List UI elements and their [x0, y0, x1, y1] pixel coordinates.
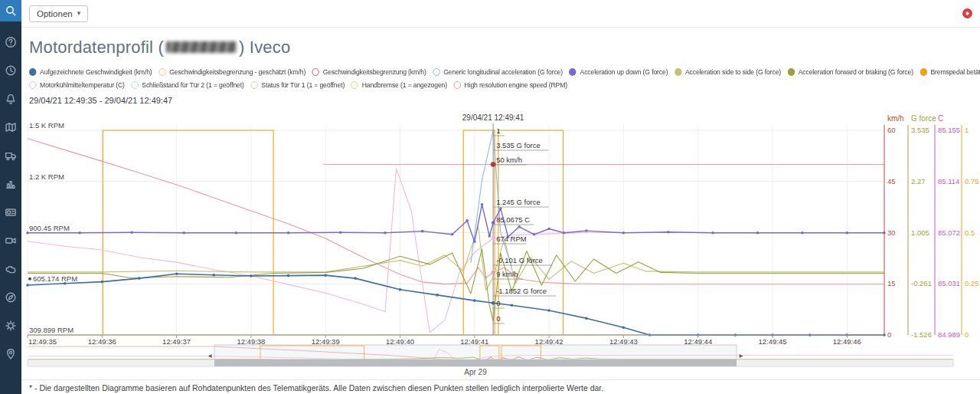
sidebar-item-gear[interactable]: [0, 315, 21, 337]
sidebar-item-compass[interactable]: [0, 287, 21, 308]
legend-label-accel-forward: Acceleration forward or braking (G force…: [799, 68, 913, 76]
map-pin-icon: [5, 348, 17, 360]
main-content: Optionen ▾ Motordatenprofil () Iveco Auf…: [21, 0, 980, 394]
tachograph-icon: [5, 206, 17, 218]
sidebar-item-truck[interactable]: [0, 145, 21, 166]
legend-item-recorded-speed[interactable]: Aufgezeichnete Geschwindigkeit (km/h): [29, 68, 152, 76]
legend-marker-engine-rpm: [453, 81, 460, 89]
sidebar-item-search[interactable]: [0, 0, 21, 21]
sidebar-item-chart[interactable]: [0, 173, 21, 195]
date-range-label: 29/04/21 12:49:35 - 29/04/21 12:49:47: [29, 96, 980, 105]
toolbar: Optionen ▾: [21, 0, 980, 28]
legend-label-door-2: Schließstand für Tür 2 (1 = geöffnet): [142, 81, 243, 89]
sidebar-item-bell[interactable]: [0, 88, 21, 110]
legend-marker-speed-limit-estimated: [158, 68, 165, 76]
legend-label-accel-longitudinal: Generic longitudinal acceleration (G for…: [443, 68, 563, 76]
caret-down-icon: ▾: [77, 10, 81, 17]
compass-icon: [5, 291, 17, 304]
legend-marker-accel-side: [675, 68, 681, 76]
truck-icon: [5, 149, 17, 162]
legend-item-brake-pedal[interactable]: Bremspedal betätigt: [920, 68, 980, 76]
legend-marker-accel-longitudinal: [433, 68, 439, 76]
legend-label-door-1: Status für Tür 1 (1 = geöffnet): [261, 81, 345, 89]
legend-item-speed-limit-estimated[interactable]: Geschwindigkeitsbegrenzung - geschätzt (…: [158, 68, 305, 76]
options-button[interactable]: Optionen ▾: [29, 5, 88, 22]
legend-item-accel-up-down[interactable]: Acceleration up down (G force): [569, 68, 668, 76]
red-status-icon[interactable]: [962, 8, 972, 18]
legend-marker-door-1: [250, 81, 257, 89]
footnote: * - Die dargestellten Diagramme basieren…: [21, 379, 980, 392]
sidebar-item-engine[interactable]: [0, 258, 21, 280]
legend-item-door-1[interactable]: Status für Tür 1 (1 = geöffnet): [250, 81, 345, 89]
legend-label-accel-up-down: Acceleration up down (G force): [580, 68, 668, 76]
sidebar-item-map-pin[interactable]: [0, 343, 21, 365]
legend-marker-handbrake: [351, 81, 358, 89]
legend-item-accel-side[interactable]: Acceleration side to side (G force): [675, 68, 781, 76]
chart-legend: Aufgezeichnete Geschwindigkeit (km/h)Ges…: [29, 68, 923, 89]
legend-item-engine-rpm[interactable]: High resolution engine speed (RPM): [453, 81, 567, 89]
sidebar-item-camera[interactable]: [0, 230, 21, 251]
page-title-suffix: ) Iveco: [239, 38, 290, 57]
page-title-prefix: Motordatenprofil (: [29, 38, 164, 57]
legend-label-recorded-speed: Aufgezeichnete Geschwindigkeit (km/h): [40, 68, 152, 76]
legend-item-handbrake[interactable]: Handbremse (1 = angezogen): [351, 81, 447, 89]
legend-marker-coolant-temp: [29, 81, 36, 89]
legend-item-speed-limit[interactable]: Geschwindigkeitsbegrenzung (km/h): [312, 68, 426, 76]
sidebar-item-tachograph[interactable]: [0, 202, 21, 223]
sidebar-item-help[interactable]: [0, 31, 21, 53]
options-button-label: Optionen: [37, 9, 73, 18]
chart-icon: [5, 178, 17, 190]
gear-icon: [5, 320, 17, 332]
app-root: Optionen ▾ Motordatenprofil () Iveco Auf…: [0, 0, 980, 394]
legend-label-accel-side: Acceleration side to side (G force): [685, 68, 781, 76]
legend-marker-speed-limit: [312, 68, 319, 76]
sidebar: [0, 0, 21, 394]
legend-item-accel-forward[interactable]: Acceleration forward or braking (G force…: [788, 68, 913, 76]
footnote-text: * - Die dargestellten Diagramme basieren…: [29, 383, 603, 392]
legend-marker-accel-up-down: [569, 68, 576, 76]
legend-label-speed-limit-estimated: Geschwindigkeitsbegrenzung - geschätzt (…: [169, 68, 305, 76]
history-icon: [5, 64, 17, 77]
legend-marker-accel-forward: [788, 68, 795, 76]
camera-icon: [5, 235, 17, 247]
legend-marker-recorded-speed: [29, 68, 36, 76]
page-title: Motordatenprofil () Iveco: [29, 38, 980, 57]
sidebar-item-history[interactable]: [0, 60, 21, 81]
legend-label-handbrake: Handbremse (1 = angezogen): [362, 81, 447, 89]
legend-item-coolant-temp[interactable]: Motorkühlmitteltemperatur (C): [29, 81, 125, 89]
legend-item-accel-longitudinal[interactable]: Generic longitudinal acceleration (G for…: [433, 68, 563, 76]
legend-row-2: Motorkühlmitteltemperatur (C)Schließstan…: [29, 81, 923, 89]
help-icon: [5, 36, 17, 48]
legend-label-engine-rpm: High resolution engine speed (RPM): [465, 81, 567, 89]
redacted-license-plate: [166, 41, 237, 53]
engine-icon: [5, 263, 17, 275]
legend-label-speed-limit: Geschwindigkeitsbegrenzung (km/h): [323, 68, 426, 76]
legend-label-brake-pedal: Bremspedal betätigt: [930, 68, 980, 76]
search-icon: [5, 5, 17, 17]
zones-icon: [5, 121, 17, 133]
bell-icon: [5, 93, 17, 105]
legend-marker-brake-pedal: [920, 68, 926, 76]
sidebar-item-zones[interactable]: [0, 117, 21, 138]
legend-marker-door-2: [131, 81, 138, 89]
legend-item-door-2[interactable]: Schließstand für Tür 2 (1 = geöffnet): [131, 81, 244, 89]
legend-row-1: Aufgezeichnete Geschwindigkeit (km/h)Ges…: [29, 68, 923, 76]
legend-label-coolant-temp: Motorkühlmitteltemperatur (C): [40, 81, 125, 89]
